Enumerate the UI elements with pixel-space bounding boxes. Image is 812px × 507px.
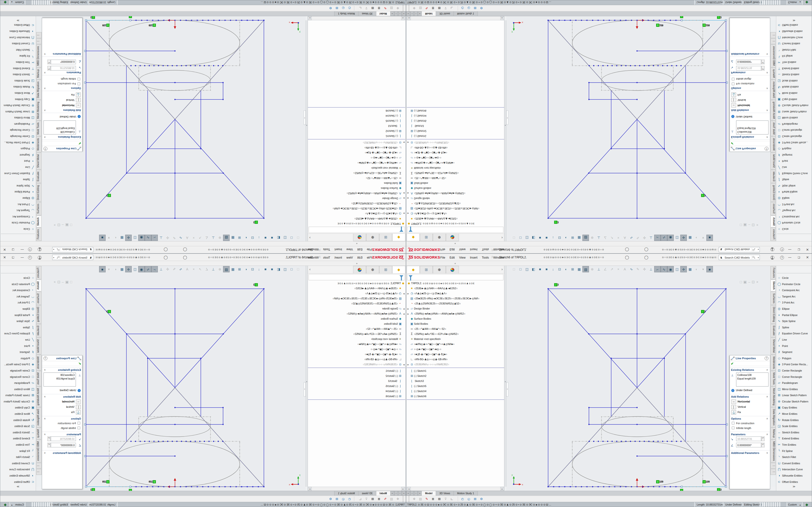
tab-item[interactable]: ⋮ — [36, 38, 42, 44]
tab-mesh-modeling[interactable]: Mesh Modeling — [36, 100, 42, 120]
tool-linear-sketch-pattern[interactable]: ⊞Linear Sketch Pattern — [776, 392, 812, 398]
checkbox-for-construction[interactable]: For construction — [42, 81, 82, 86]
tree-row-253[interactable]: ★○253Е♣◦♟◎ΛΑΦ○◦○ΦΑΛ◎♟◦♣Е352○ — [308, 216, 405, 221]
tab-nav-button[interactable]: ‹ — [410, 491, 414, 496]
tab-sketch[interactable]: Sketch — [36, 216, 42, 227]
search-icon[interactable] — [753, 249, 754, 251]
minimize-button[interactable]: — — [786, 254, 794, 261]
tab-mesh-modeling[interactable]: Mesh Modeling — [36, 387, 42, 407]
bottom-toolbar-icon[interactable]: ⚙ — [478, 5, 485, 11]
toolbar-drag-handle[interactable] — [402, 5, 404, 11]
rollback-bar[interactable] — [407, 139, 504, 139]
menu-tools[interactable]: Tools — [321, 246, 332, 253]
toolbar-drag-handle[interactable] — [402, 496, 404, 502]
collapsed-commandmanager[interactable] — [406, 261, 812, 266]
angle-spinner[interactable]: ▴▾ — [761, 443, 765, 447]
tree-row-solid-bodies[interactable]: ▣Solid Bodies — [407, 181, 504, 186]
tool-trim-entities[interactable]: ✂Trim Entities — [776, 59, 812, 66]
search-icon[interactable] — [753, 256, 754, 258]
tool-copy-entities[interactable]: ▣Copy Entities — [776, 404, 812, 410]
collapse-icon[interactable]: ∧ — [44, 86, 46, 91]
help-icon[interactable]: ? — [27, 254, 33, 261]
propertymanager-tab[interactable]: ⊞ — [379, 266, 392, 273]
tree-row-25-n-3[interactable]: Σ○25ИN◎◦♣Α∪º3Е○◦○Е3º∪Α♣◦◎NИ52○ — [308, 332, 405, 337]
tool-tangent-arc[interactable]: ◡Tangent Arc — [776, 208, 812, 214]
tree-row-solid-bodies[interactable]: ▣Solid Bodies — [407, 321, 504, 326]
collapsed-commandmanager[interactable] — [406, 241, 812, 246]
tree-row-25-3-25-n[interactable]: ▤○25♣3Е25○ИN◎◦♣ЭСЗЕ∪ЗЕ25○◦○25ЗЕ∪ЗЕЭС♣◦◎N… — [308, 206, 405, 211]
tool-move-entities[interactable]: ↗Move Entities — [776, 90, 812, 97]
expand-arrow-icon[interactable]: ▶ — [407, 140, 410, 145]
bottom-toolbar-icon[interactable]: ∟ — [449, 5, 455, 11]
bottom-toolbar-icon[interactable]: ▤ — [417, 5, 424, 11]
add-relation-horizontal[interactable]: ─Horizontal — [42, 103, 82, 108]
tab-nav-button[interactable]: ‹ — [398, 491, 402, 496]
tab-nav-button[interactable]: › — [414, 491, 418, 496]
bottom-toolbar-icon[interactable]: ⊞ — [369, 496, 376, 502]
tool-3-point-arc[interactable]: ◠3 Point Arc — [776, 202, 812, 208]
tool-rotate-entities[interactable]: ↻Rotate Entities — [0, 417, 36, 423]
tree-row-item[interactable]: ▱○·◎♣○*◉[○◦○]◉*○♣◎·○ — [308, 155, 405, 160]
tree-row-253[interactable]: ★○253Е♣◦♟◎ΛΑΦ○◦○ΦΑΛ◎♟◦♣Е352○ — [308, 286, 405, 291]
tool-extend-entities[interactable]: ⊤Extend Entities — [0, 66, 36, 72]
length-field[interactable]: 10.88152731 — [736, 66, 761, 70]
bottom-toolbar-icon[interactable]: ⊞ — [436, 496, 443, 502]
propertymanager-tab[interactable]: ⊞ — [420, 234, 433, 241]
tool-mirror-entities[interactable]: ◫Mirror Entities — [0, 386, 36, 392]
toolbar-drag-handle[interactable] — [408, 496, 410, 502]
tree-row-material-n[interactable]: ≡Material <not specified> — [407, 337, 504, 342]
tree-row-sketch3[interactable]: ⌊Sketch3 — [407, 379, 504, 384]
tab-item[interactable]: ⋮ — [36, 32, 42, 38]
pin-icon[interactable]: ⚐ — [318, 246, 321, 253]
units-selector[interactable]: Custom▲ — [786, 502, 803, 507]
tool-extend-entities[interactable]: ⊤Extend Entities — [0, 435, 36, 441]
featuremanager-tab[interactable]: ◆ — [407, 266, 420, 273]
tool-scale-entities[interactable]: ◲Scale Entities — [0, 423, 36, 429]
bottom-toolbar-icon[interactable]: ✎ — [382, 496, 388, 502]
bottom-toolbar-icon[interactable]: ∟ — [357, 5, 363, 11]
tool-corner-rectangle[interactable]: □Corner Rectangle — [776, 127, 812, 134]
tool-copy-entities[interactable]: ▣Copy Entities — [0, 404, 36, 410]
tree-row-sketch2[interactable]: ⊞(-)Sketch2 — [407, 374, 504, 379]
tree-row-sketch4[interactable]: ⌊(-)Sketch4 — [308, 389, 405, 394]
tree-row-sketch5[interactable]: ⌊(-)Sketch5 — [407, 118, 504, 123]
tool-linear-sketch-pattern[interactable]: ⊞Linear Sketch Pattern — [0, 109, 36, 115]
tool-move-entities[interactable]: ↗Move Entities — [0, 410, 36, 417]
close-button[interactable]: ✕ — [1, 246, 8, 253]
checkbox-infinite-length[interactable]: Infinite length — [730, 76, 770, 81]
tree-row-surface-bodi[interactable]: ◆Surface Bodies — [407, 186, 504, 191]
bottom-toolbar-icon[interactable]: ⊞ — [334, 5, 340, 11]
tab-markup[interactable]: Markup — [770, 68, 776, 79]
doc-tab-model[interactable]: Model — [422, 11, 436, 16]
tab-data-migration[interactable]: Data Migration — [770, 80, 776, 100]
restore-button[interactable]: ❏ — [795, 246, 803, 253]
tool-spline[interactable]: ∫Spline — [0, 324, 36, 330]
bottom-toolbar-icon[interactable]: ◴ — [459, 496, 466, 502]
search-dropdown-icon[interactable]: ▾ — [53, 255, 54, 260]
minimize-button[interactable]: — — [18, 246, 26, 253]
configuration-tab[interactable]: ⊕ — [366, 234, 379, 241]
tree-row-material-n[interactable]: ≡Material <not specified> — [308, 337, 405, 342]
menu-edit[interactable]: Edit — [447, 246, 457, 253]
collapse-icon[interactable]: ∧ — [766, 135, 768, 139]
tree-row-sketch1[interactable]: ⌊(-)Sketch1 — [407, 369, 504, 374]
tree-row-item[interactable]: ▱○♣ʒƃ◦♟○*◉[○◦○]◉*○♟◦ƃʒ♣○ — [308, 150, 405, 155]
tree-row-sketch1[interactable]: ⌊(-)Sketch1 — [407, 133, 504, 138]
checkbox-infinite-length[interactable]: Infinite length — [42, 76, 82, 81]
tree-row-sketch6[interactable]: ⊞(-)Sketch6 — [407, 394, 504, 399]
tree-row-25-25-n-2[interactable]: ◔○25♟◎25ИNЗЕ25○◦○25ЗЕNИ52◎♟52○ — [308, 201, 405, 206]
menu-file[interactable]: File — [438, 246, 447, 253]
tool-centerpoint-arc[interactable]: ◔Centerpoint Arc — [0, 287, 36, 293]
tool-centerpoint-arc[interactable]: ◔Centerpoint Arc — [0, 214, 36, 220]
tool-centerpoint-arc[interactable]: ◔Centerpoint Arc — [776, 214, 812, 220]
tab-nav-button[interactable]: ‹ — [410, 11, 414, 16]
tool-point[interactable]: ▪Point — [0, 158, 36, 165]
tool-circle[interactable]: ○Circle — [776, 226, 812, 232]
tab-item[interactable]: ⋮ — [36, 463, 42, 469]
search-input[interactable]: ♞ Search CAD Models ▾ — [719, 255, 760, 260]
tab-sketch[interactable]: Sketch — [770, 216, 776, 227]
tab-weldments[interactable]: Weldments — [36, 136, 42, 152]
tree-row-sketch1[interactable]: ⌊(-)Sketch1 — [308, 133, 405, 138]
tool-scale-entities[interactable]: ◲Scale Entities — [776, 78, 812, 84]
tool-stretch-entities[interactable]: ↔Stretch Entities — [0, 429, 36, 435]
